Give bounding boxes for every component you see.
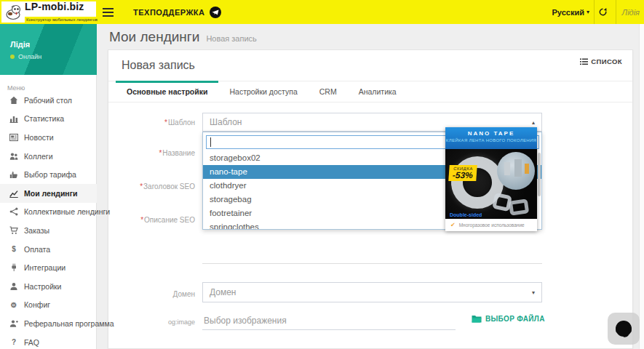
support-chat-widget[interactable] <box>608 313 640 345</box>
tab-crm[interactable]: CRM <box>309 81 348 102</box>
sidebar-item-statistics[interactable]: Статистика <box>0 110 97 129</box>
sidebar-item-label: Мои лендинги <box>24 189 78 198</box>
chevron-down-icon: ▾ <box>587 9 589 15</box>
gears-icon: ⚙ <box>9 300 19 310</box>
sidebar-item-faq[interactable]: ? FAQ <box>0 333 97 349</box>
sidebar-item-orders[interactable]: Заказы <box>0 221 97 240</box>
domain-select[interactable]: Домен ▾ <box>202 282 542 302</box>
field-label-text: og:image <box>168 318 195 326</box>
choose-file-button-label: ВЫБОР ФАЙЛА <box>485 315 545 323</box>
tape-piece <box>509 198 530 215</box>
page-scrollbar[interactable] <box>639 24 644 349</box>
sidebar-toggle-button[interactable] <box>100 0 116 24</box>
template-select-placeholder: Шаблон <box>210 117 532 127</box>
required-mark: * <box>140 216 143 224</box>
choose-file-button[interactable]: ВЫБОР ФАЙЛА <box>472 315 545 323</box>
plug-icon <box>9 263 19 273</box>
dollar-icon: $ <box>9 244 19 254</box>
field-label-text: Заголовок SEO <box>143 182 195 190</box>
hamburger-icon <box>103 8 114 17</box>
preview-footer-text: Многоразовое использование <box>459 222 525 228</box>
question-icon: ? <box>9 337 19 347</box>
sidebar-item-news[interactable]: Новости <box>0 128 97 147</box>
folder-icon <box>472 315 482 323</box>
sidebar-user-name: Лідія <box>10 40 30 49</box>
discount-badge: СКИДКА -53% <box>448 165 477 181</box>
preview-footer: ✔ Многоразовое использование <box>445 219 537 231</box>
field-label-text: Шаблон <box>168 119 195 127</box>
sidebar-item-referral[interactable]: Реферальная программа <box>0 314 97 333</box>
sidebar-item-my-landings[interactable]: Мои лендинги <box>0 184 97 203</box>
page-header: Мои лендинги Новая запись <box>109 29 257 45</box>
sidebar-item-colleagues[interactable]: Коллеги <box>0 147 97 166</box>
preview-note: Double-sided <box>450 212 482 217</box>
sidebar-item-label: Коллеги <box>24 152 53 161</box>
tariff-hand-icon <box>9 170 19 180</box>
sidebar-item-label: Настройки <box>24 282 62 291</box>
caret-down-icon: ▾ <box>532 289 535 296</box>
seo-description-input-underline <box>202 263 542 264</box>
tab-access-settings[interactable]: Настройки доступа <box>218 81 308 102</box>
online-status-dot <box>10 55 15 59</box>
news-icon <box>9 132 19 142</box>
sidebar-item-label: Статистика <box>24 114 64 123</box>
tab-label: Настройки доступа <box>229 87 297 96</box>
list-icon <box>580 58 588 65</box>
required-mark: * <box>140 182 143 190</box>
caret-up-icon: ▴ <box>532 119 535 126</box>
preview-product-photo: СКИДКА -53% Double-sided <box>445 149 537 219</box>
og-image-field-label: og:image <box>108 318 195 326</box>
sidebar-item-label: Конфиг <box>24 300 50 309</box>
tab-bar: Основные настройки Настройки доступа CRM… <box>108 81 632 103</box>
sidebar-item-desktop[interactable]: Рабочий стол <box>0 91 97 110</box>
colleagues-icon <box>9 151 19 161</box>
required-mark: * <box>164 119 167 127</box>
tab-analytics[interactable]: Аналитика <box>348 81 408 102</box>
sidebar-item-tariff[interactable]: Выбор тарифа <box>0 165 97 184</box>
tech-support-link[interactable]: ТЕХПОДДЕРЖКА <box>133 0 221 24</box>
discount-badge-value: -53% <box>452 171 473 180</box>
sidebar-item-collective-landings[interactable]: Коллективные лендинги <box>0 203 97 222</box>
user-icon <box>9 281 19 291</box>
topbar-username-link[interactable]: Лідія <box>622 0 640 24</box>
inset-detail <box>514 159 522 177</box>
language-selector[interactable]: Русский ▾ <box>552 0 589 24</box>
headset-icon <box>613 318 634 339</box>
required-mark: * <box>159 149 162 157</box>
tab-label: Аналитика <box>359 87 397 96</box>
topbar-divider <box>616 0 616 24</box>
sidebar-user-panel: Лідія Онлайн <box>0 24 97 75</box>
sidebar-item-config[interactable]: ⚙ Конфиг <box>0 296 97 315</box>
stats-icon <box>9 114 19 124</box>
brand-logo[interactable]: LP-mobi.biz Конструктор мобильных лендин… <box>1 1 96 23</box>
preview-header: NANO TAPE КЛЕЙКАЯ ЛЕНТА НОВОГО ПОКОЛЕНИЯ <box>445 127 537 149</box>
list-button-label: СПИСОК <box>591 57 622 65</box>
og-image-input[interactable] <box>202 311 456 330</box>
sidebar-item-integrations[interactable]: Интеграции <box>0 258 97 277</box>
top-navbar: LP-mobi.biz Конструктор мобильных лендин… <box>0 0 644 24</box>
tab-label: CRM <box>319 87 337 96</box>
tab-label: Основные настройки <box>127 87 207 96</box>
sidebar-item-payment[interactable]: $ Оплата <box>0 240 97 259</box>
refresh-icon <box>598 7 608 17</box>
list-button[interactable]: СПИСОК <box>580 57 622 65</box>
sidebar-item-label: FAQ <box>24 338 39 347</box>
mascot-icon <box>5 4 23 20</box>
online-status-label: Онлайн <box>18 53 41 60</box>
dropdown-scrollbar[interactable] <box>538 153 541 196</box>
breadcrumb: Новая запись <box>206 34 256 43</box>
domain-field-label: Домен <box>108 290 195 298</box>
share-icon <box>9 207 19 217</box>
sidebar-menu: Рабочий стол Статистика Новости Коллеги … <box>0 91 97 349</box>
inset-detail <box>525 164 529 174</box>
domain-select-placeholder: Домен <box>210 287 532 297</box>
tab-main-settings[interactable]: Основные настройки <box>116 81 218 102</box>
refresh-button[interactable] <box>592 0 613 24</box>
brand-name: LP-mobi.biz <box>25 1 99 12</box>
sidebar-item-settings[interactable]: Настройки <box>0 277 97 296</box>
sidebar-item-label: Коллективные лендинги <box>24 207 110 216</box>
card-title: Новая запись <box>122 59 195 72</box>
template-field-label: *Шаблон <box>108 119 195 127</box>
my-landings-icon <box>9 188 19 198</box>
inset-detail <box>504 162 510 175</box>
